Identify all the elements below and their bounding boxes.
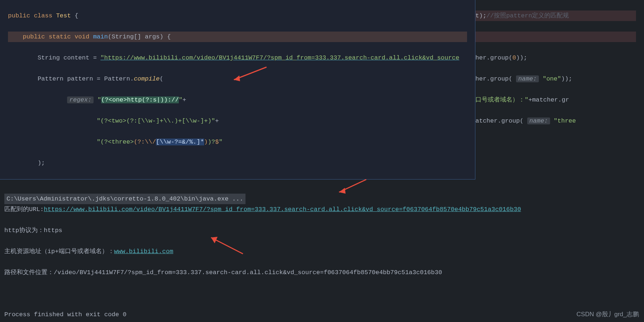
code-line[interactable]: Pattern pattern = Pattern.compile( [8,74,467,84]
code-line[interactable]: regex: "(?<one>http(?:s|))://"+ [8,95,467,105]
code-line[interactable]: ); [8,158,467,168]
console-line: 路径和文件位置：/video/BV1j4411W7F7/?spm_id_from… [4,267,640,278]
code-line[interactable]: public static void main(String[] args) { [8,32,467,42]
code-line[interactable]: String content = "https://www.bilibili.c… [8,53,467,63]
console-line: 主机资源地址（ip+端口号或者域名）： [4,248,114,255]
code-line[interactable]: "(?<two>(?:[\\w-]+\\.)+[\\w-]+)"+ [8,116,467,126]
console-line: http协议为：https [4,225,640,236]
code-line[interactable]: public class Test { [8,11,467,21]
param-hint: regex: [67,96,94,103]
output-url-link[interactable]: https://www.bilibili.com/video/BV1j4411W… [44,206,521,213]
console-line: Process finished with exit code 0 [4,309,640,320]
command-line: C:\Users\Administrator\.jdks\corretto-1.… [4,194,245,204]
background-code: t);//按照pattern定义的匹配规 her.group(0)); her.… [475,0,644,179]
output-host-link[interactable]: www.bilibili.com [114,248,173,255]
watermark: CSDN @殷丿grd_志鹏 [577,310,639,318]
code-editor[interactable]: public class Test { public static void m… [0,0,475,179]
console-output[interactable]: C:\Users\Administrator\.jdks\corretto-1.… [0,179,644,322]
code-line[interactable]: "(?<three>(?:\\/[\\w-?=&/%.]*))?$" [8,137,467,147]
console-line: 匹配到的URL: [4,206,44,213]
